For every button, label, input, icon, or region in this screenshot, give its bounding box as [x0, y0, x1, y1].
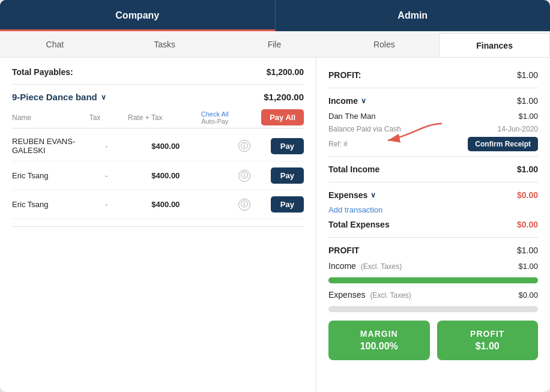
margin-card-label: MARGIN — [338, 329, 420, 339]
total-income-value: $1.00 — [517, 164, 538, 174]
group-row: 9-Piece Dance band ∨ $1,200.00 — [12, 92, 304, 102]
info-icon-3[interactable]: ⓘ — [238, 199, 250, 211]
group-amount: $1,200.00 — [264, 92, 304, 102]
income-excl-row: Income (Excl. Taxes) $1.00 — [328, 258, 538, 274]
top-nav-admin[interactable]: Admin — [275, 0, 551, 31]
top-nav-company-label: Company — [115, 10, 159, 21]
row-pay-3: Pay — [268, 196, 304, 213]
group-name[interactable]: 9-Piece Dance band ∨ — [12, 92, 106, 102]
divider-1 — [12, 84, 304, 85]
pay-button-1[interactable]: Pay — [271, 138, 304, 154]
row-name-1: REUBEN EVANS-GALESKI — [12, 137, 105, 155]
expenses-excl-row: Expenses (Excl. Taxes) $0.00 — [328, 287, 538, 303]
income-progress-bar — [328, 277, 538, 283]
top-nav-admin-label: Admin — [397, 10, 428, 21]
pay-button-2[interactable]: Pay — [271, 167, 304, 184]
rp-divider-2 — [328, 156, 538, 157]
rp-divider-3 — [328, 182, 538, 182]
total-expenses-label: Total Expenses — [328, 220, 390, 229]
subnav-tasks[interactable]: Tasks — [110, 31, 220, 57]
total-payables-label: Total Payables: — [12, 67, 73, 77]
profit-header-label: PROFIT: — [328, 70, 361, 80]
pay-all-button[interactable]: Pay All — [261, 109, 304, 125]
col-actions-header: Pay All — [244, 109, 304, 125]
row-name-3: Eric Tsang — [12, 200, 105, 209]
row-pay-2: Pay — [268, 167, 304, 184]
income-label[interactable]: Income ∨ — [328, 96, 366, 106]
table-row: Eric Tsang - $400.00 ⓘ Pay — [12, 161, 304, 190]
person-row: Dan The Man $1.00 — [328, 109, 538, 124]
payment-method: Balance Paid via Cash — [328, 125, 401, 133]
col-tax-header: Tax — [89, 113, 128, 122]
row-rate-1: $400.00 — [151, 142, 221, 151]
top-nav-company[interactable]: Company — [0, 0, 275, 31]
pay-button-3[interactable]: Pay — [271, 196, 304, 213]
profit-header-row: PROFIT: $1.00 — [328, 67, 538, 83]
ref-confirm-row: Ref: # Confirm Receipt — [328, 137, 538, 151]
check-all-header[interactable]: Check All Auto-Pay — [186, 110, 244, 125]
total-payables-amount: $1,200.00 — [267, 67, 304, 77]
table-row: REUBEN EVANS-GALESKI - $400.00 ⓘ Pay — [12, 131, 304, 161]
row-info-3[interactable]: ⓘ — [222, 199, 268, 211]
left-panel: Total Payables: $1,200.00 9-Piece Dance … — [0, 58, 316, 392]
profit-row-value: $1.00 — [517, 246, 538, 255]
total-payables-row: Total Payables: $1,200.00 — [12, 67, 304, 77]
total-income-row: Total Income $1.00 — [328, 161, 538, 177]
total-income-label: Total Income — [328, 164, 379, 174]
income-row: Income ∨ $1.00 — [328, 93, 538, 109]
confirm-receipt-button[interactable]: Confirm Receipt — [468, 137, 538, 151]
group-chevron: ∨ — [101, 93, 106, 101]
divider-bottom — [12, 226, 304, 227]
profit-row: PROFIT $1.00 — [328, 243, 538, 258]
expenses-progress-bar — [328, 306, 538, 312]
payment-meta-row: Balance Paid via Cash 14-Jun-2020 — [328, 124, 538, 134]
row-tax-2: - — [105, 171, 151, 180]
add-transaction-row: Add transaction — [328, 203, 538, 217]
bottom-cards: MARGIN 100.00% PROFIT $1.00 — [328, 321, 538, 360]
row-info-2[interactable]: ⓘ — [222, 170, 268, 182]
margin-card-value: 100.00% — [338, 341, 420, 352]
profit-card-value: $1.00 — [447, 341, 529, 352]
table-row: Eric Tsang - $400.00 ⓘ Pay — [12, 190, 304, 219]
total-expenses-row: Total Expenses $0.00 — [328, 217, 538, 232]
person-name: Dan The Man — [328, 112, 376, 121]
profit-card: PROFIT $1.00 — [437, 321, 539, 360]
income-excl-label: Income (Excl. Taxes) — [328, 261, 402, 271]
total-expenses-value: $0.00 — [517, 220, 538, 229]
income-value: $1.00 — [517, 96, 538, 106]
expenses-excl-value: $0.00 — [518, 291, 538, 300]
subnav-file[interactable]: File — [220, 31, 330, 57]
rp-divider-4 — [328, 237, 538, 238]
subnav-finances[interactable]: Finances — [439, 33, 550, 57]
payment-meta-container: Balance Paid via Cash 14-Jun-2020 Ref: #… — [328, 124, 538, 151]
expenses-label[interactable]: Expenses ∨ — [328, 190, 376, 200]
row-name-2: Eric Tsang — [12, 171, 105, 180]
row-tax-3: - — [105, 200, 151, 209]
subnav-chat[interactable]: Chat — [0, 31, 110, 57]
expenses-value: $0.00 — [517, 190, 538, 200]
person-amount: $1.00 — [518, 112, 538, 121]
expenses-chevron: ∨ — [370, 191, 376, 199]
info-icon-1[interactable]: ⓘ — [238, 140, 250, 152]
expenses-row: Expenses ∨ $0.00 — [328, 187, 538, 203]
income-chevron: ∨ — [361, 97, 366, 105]
add-transaction-link[interactable]: Add transaction — [328, 203, 382, 217]
info-icon-2[interactable]: ⓘ — [238, 170, 250, 182]
row-tax-1: - — [105, 142, 151, 151]
row-pay-1: Pay — [268, 138, 304, 154]
profit-row-label: PROFIT — [328, 246, 359, 255]
col-rate-header: Rate + Tax — [128, 113, 186, 122]
row-info-1[interactable]: ⓘ — [222, 140, 268, 152]
profit-header-value: $1.00 — [517, 70, 538, 80]
row-rate-3: $400.00 — [151, 200, 221, 209]
subnav-roles[interactable]: Roles — [329, 31, 439, 57]
payment-date: 14-Jun-2020 — [498, 125, 538, 133]
ref-label: Ref: # — [328, 140, 348, 148]
col-name-header: Name — [12, 113, 89, 122]
main-content: Total Payables: $1,200.00 9-Piece Dance … — [0, 58, 550, 392]
sub-nav: Chat Tasks File Roles Finances — [0, 31, 550, 58]
margin-card: MARGIN 100.00% — [328, 321, 430, 360]
expenses-excl-label: Expenses (Excl. Taxes) — [328, 290, 411, 300]
rp-divider-1 — [328, 88, 538, 88]
income-excl-value: $1.00 — [518, 262, 538, 271]
